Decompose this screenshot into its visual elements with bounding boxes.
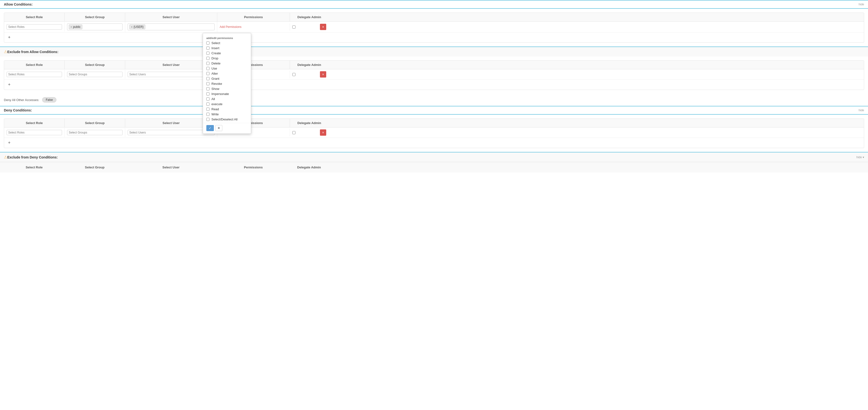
allow-conditions-hide[interactable]: hide — [859, 3, 864, 6]
perm-item-revoke[interactable]: Revoke — [203, 81, 251, 86]
deny-delegate-checkbox[interactable] — [292, 131, 296, 134]
deny-conditions-hide[interactable]: hide — [859, 109, 864, 112]
perm-label-read: Read — [211, 107, 219, 111]
exclude-allow-role-cell — [4, 70, 65, 79]
exclude-allow-user-input[interactable] — [128, 72, 215, 77]
exclude-allow-delete-button[interactable]: × — [320, 71, 326, 78]
perm-label-select-deselect-all: Select/Deselect All — [211, 118, 238, 121]
perm-item-grant[interactable]: Grant — [203, 76, 251, 81]
perm-item-insert[interactable]: Insert — [203, 46, 251, 51]
allow-role-input[interactable] — [6, 24, 62, 30]
allow-group-tag-remove[interactable]: × — [70, 25, 72, 28]
allow-conditions-section: Allow Conditions: hide Select Role Selec… — [0, 0, 868, 90]
dropdown-cancel-button[interactable]: ✕ — [215, 125, 222, 131]
perm-checkbox-create[interactable] — [206, 52, 210, 55]
deny-add-row-button[interactable]: + — [4, 138, 14, 148]
deny-role-field[interactable] — [8, 131, 60, 134]
deny-conditions-header: Deny Conditions: hide — [0, 106, 868, 115]
exclude-allow-role-input[interactable] — [6, 72, 62, 77]
allow-user-cell: × {USER} — [125, 22, 217, 32]
perm-item-select[interactable]: Select — [203, 40, 251, 46]
perm-checkbox-grant[interactable] — [206, 77, 210, 80]
allow-delegate-cell: × — [290, 22, 329, 32]
exclude-allow-user-field[interactable] — [129, 73, 213, 76]
deny-group-input[interactable] — [67, 130, 123, 135]
exclude-deny-hide[interactable]: hide ▾ — [857, 155, 864, 159]
dropdown-footer: ✓ ✕ — [203, 123, 251, 132]
bottom-col-group: Select Group — [64, 164, 125, 171]
perm-label-all: All — [211, 97, 215, 101]
perm-checkbox-alter[interactable] — [206, 72, 210, 75]
perm-checkbox-read[interactable] — [206, 108, 210, 111]
perm-checkbox-select-deselect-all[interactable] — [206, 118, 210, 121]
perm-item-show[interactable]: Show — [203, 86, 251, 91]
deny-role-input[interactable] — [6, 130, 62, 135]
perm-label-delete: Delete — [211, 62, 221, 65]
allow-col-delegate: Delegate Admin — [290, 13, 329, 21]
perm-item-all[interactable]: All — [203, 96, 251, 101]
perm-checkbox-delete[interactable] — [206, 62, 210, 65]
exclude-allow-col-delegate: Delegate Admin — [290, 61, 329, 69]
deny-conditions-title: Deny Conditions: — [4, 108, 32, 112]
perm-checkbox-show[interactable] — [206, 87, 210, 90]
deny-user-input[interactable] — [128, 130, 215, 135]
allow-add-row-button[interactable]: + — [4, 32, 14, 42]
deny-conditions-body: Select Role Select Group Select User Per… — [4, 118, 864, 148]
allow-conditions-body: Select Role Select Group Select User Per… — [4, 12, 864, 42]
perm-item-write[interactable]: Write — [203, 112, 251, 117]
perm-item-read[interactable]: Read — [203, 107, 251, 112]
perm-item-alter[interactable]: Alter — [203, 71, 251, 76]
exclude-allow-group-input[interactable] — [67, 72, 123, 77]
allow-user-input[interactable]: × {USER} — [128, 24, 215, 30]
deny-all-toggle[interactable]: False — [42, 97, 56, 102]
perm-label-revoke: Revoke — [211, 82, 222, 86]
deny-col-role: Select Role — [4, 119, 65, 127]
perm-label-impersonate: Impersonate — [211, 92, 229, 96]
perm-checkbox-execute[interactable] — [206, 102, 210, 106]
perm-label-execute: execute — [211, 102, 223, 106]
allow-group-input[interactable]: × public — [67, 24, 123, 30]
exclude-deny-warning-icon: ⚠ — [4, 155, 7, 159]
deny-group-field[interactable] — [69, 131, 121, 134]
exclude-allow-table-row: Add Permissions + × — [4, 69, 864, 80]
perm-item-delete[interactable]: Delete — [203, 61, 251, 66]
perm-checkbox-revoke[interactable] — [206, 82, 210, 85]
allow-group-tag-public: × public — [69, 25, 82, 29]
exclude-allow-group-field[interactable] — [69, 73, 121, 76]
perm-item-drop[interactable]: Drop — [203, 56, 251, 61]
allow-role-field[interactable] — [8, 25, 60, 29]
allow-add-permissions-link[interactable]: Add Permissions — [220, 25, 242, 29]
allow-delegate-checkbox[interactable] — [292, 25, 296, 29]
perm-item-execute[interactable]: execute — [203, 101, 251, 107]
dropdown-confirm-button[interactable]: ✓ — [206, 125, 214, 131]
perm-checkbox-insert[interactable] — [206, 47, 210, 50]
deny-all-label: Deny All Other Accesses: — [4, 98, 39, 102]
allow-permissions-wrapper: Add Permissions — [220, 25, 287, 29]
deny-delegate-cell: × — [290, 127, 329, 138]
allow-delete-row-button[interactable]: × — [320, 24, 326, 30]
deny-user-field[interactable] — [129, 131, 213, 134]
allow-user-tag-remove[interactable]: × — [131, 25, 132, 28]
allow-add-permissions-label: Add Permissions — [220, 25, 242, 29]
exclude-allow-col-role: Select Role — [4, 61, 65, 69]
perm-label-show: Show — [211, 87, 219, 91]
perm-checkbox-write[interactable] — [206, 113, 210, 116]
perm-checkbox-impersonate[interactable] — [206, 92, 210, 95]
perm-item-impersonate[interactable]: Impersonate — [203, 91, 251, 96]
perm-checkbox-select[interactable] — [206, 41, 210, 45]
deny-col-delegate: Delegate Admin — [290, 119, 329, 127]
allow-group-field[interactable] — [83, 25, 121, 29]
perm-checkbox-drop[interactable] — [206, 57, 210, 60]
exclude-allow-role-field[interactable] — [8, 73, 60, 76]
perm-checkbox-all[interactable] — [206, 97, 210, 100]
exclude-allow-delegate-checkbox[interactable] — [292, 73, 296, 76]
permissions-dropdown: add/edit permissions Select Insert Creat… — [203, 33, 251, 134]
exclude-allow-add-row-button[interactable]: + — [4, 80, 14, 90]
perm-checkbox-use[interactable] — [206, 67, 210, 70]
perm-item-create[interactable]: Create — [203, 51, 251, 56]
deny-delete-button[interactable]: × — [320, 129, 326, 136]
allow-user-field[interactable] — [146, 25, 213, 29]
perm-item-select-deselect-all[interactable]: Select/Deselect All — [203, 117, 251, 122]
allow-col-group: Select Group — [65, 13, 125, 21]
perm-item-use[interactable]: Use — [203, 66, 251, 71]
